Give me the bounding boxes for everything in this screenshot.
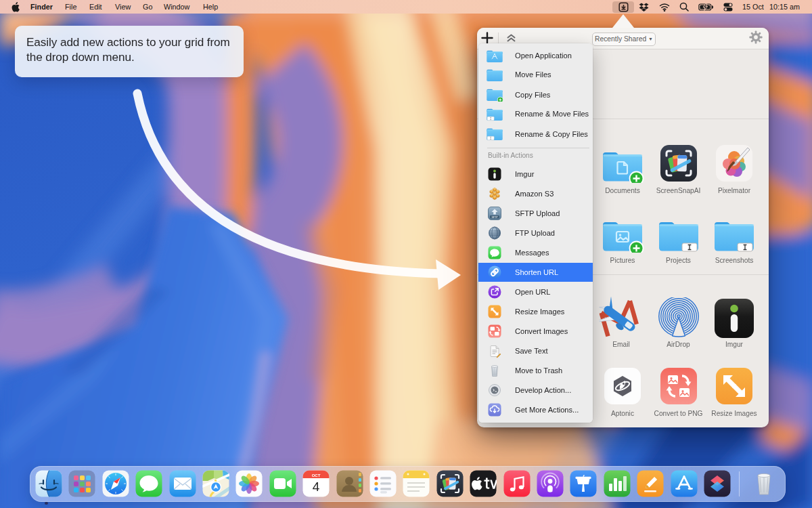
svg-text:SFTP: SFTP [491, 216, 498, 219]
svg-text:4: 4 [313, 480, 320, 494]
svg-text:OCT: OCT [312, 473, 321, 478]
